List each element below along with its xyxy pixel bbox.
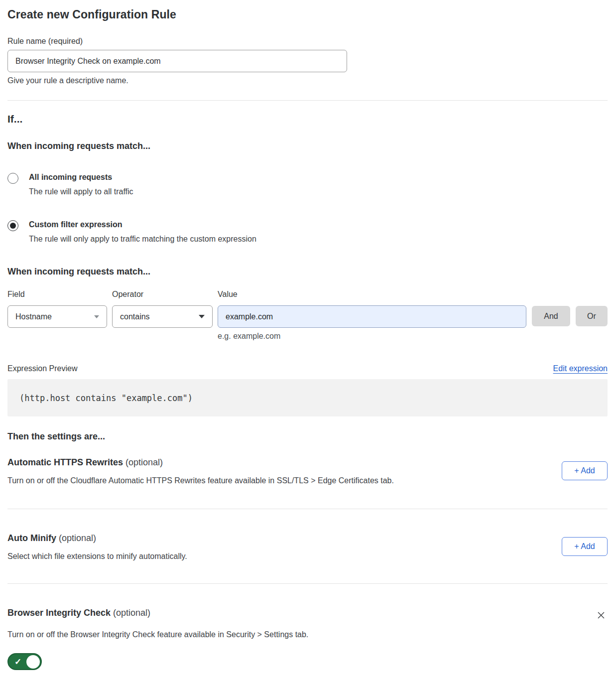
chevron-down-icon	[199, 315, 205, 318]
expression-preview-header: Expression Preview Edit expression	[7, 364, 608, 373]
setting-title: Automatic HTTPS Rewrites	[7, 457, 123, 467]
expression-builder-row: Field Hostname Operator contains Value e…	[7, 290, 608, 341]
rule-name-label: Rule name (required)	[7, 37, 608, 46]
setting-automatic-https-rewrites: Automatic HTTPS Rewrites (optional) Turn…	[7, 457, 608, 485]
field-select[interactable]: Hostname	[7, 305, 107, 328]
add-automatic-https-rewrites-button[interactable]: + Add	[562, 461, 608, 480]
or-button[interactable]: Or	[576, 306, 608, 326]
match-heading: When incoming requests match...	[7, 141, 608, 151]
radio-option-all-incoming-requests[interactable]: All incoming requests The rule will appl…	[7, 172, 608, 197]
connector-buttons: And Or	[532, 306, 608, 326]
value-helper: e.g. example.com	[218, 332, 526, 341]
remove-setting-button[interactable]	[595, 609, 608, 622]
field-column: Field Hostname	[7, 290, 107, 328]
value-column: Value e.g. example.com	[218, 290, 526, 341]
then-settings-heading: Then the settings are...	[7, 431, 608, 442]
and-button[interactable]: And	[532, 306, 570, 326]
expression-code: (http.host contains "example.com")	[19, 393, 193, 403]
expression-preview-label: Expression Preview	[7, 364, 78, 373]
field-select-value: Hostname	[15, 312, 52, 321]
radio-option-custom-filter-expression[interactable]: Custom filter expression The rule will o…	[7, 220, 608, 244]
rule-name-helper: Give your rule a descriptive name.	[7, 76, 608, 85]
section-divider	[7, 509, 608, 509]
radio-label: Custom filter expression	[29, 220, 256, 230]
setting-description: Turn on or off the Cloudflare Automatic …	[7, 476, 394, 485]
setting-optional-tag: (optional)	[111, 608, 150, 618]
check-icon: ✓	[14, 657, 21, 667]
setting-title: Auto Minify	[7, 533, 56, 543]
edit-expression-link[interactable]: Edit expression	[553, 364, 608, 373]
setting-title-line: Automatic HTTPS Rewrites (optional)	[7, 457, 394, 468]
setting-description: Select which file extensions to minify a…	[7, 552, 187, 561]
setting-browser-integrity-check: Browser Integrity Check (optional) Turn …	[7, 608, 608, 672]
expression-builder-heading: When incoming requests match...	[7, 267, 608, 277]
radio-label: All incoming requests	[29, 172, 133, 182]
add-auto-minify-button[interactable]: + Add	[562, 537, 608, 556]
value-input[interactable]	[218, 305, 526, 328]
radio-text: All incoming requests The rule will appl…	[29, 172, 133, 197]
setting-text: Auto Minify (optional) Select which file…	[7, 533, 187, 561]
setting-description: Turn on or off the Browser Integrity Che…	[7, 630, 608, 639]
chevron-down-icon	[94, 315, 99, 318]
page-title: Create new Configuration Rule	[7, 8, 608, 21]
value-label: Value	[218, 290, 526, 299]
browser-integrity-check-toggle[interactable]: ✓	[7, 653, 42, 670]
field-label: Field	[7, 290, 107, 299]
setting-title-line: Auto Minify (optional)	[7, 533, 187, 544]
radio-text: Custom filter expression The rule will o…	[29, 220, 256, 244]
radio-button-selected-icon[interactable]	[7, 220, 18, 231]
rule-name-input[interactable]	[7, 50, 347, 72]
setting-optional-tag: (optional)	[123, 457, 163, 467]
radio-button-icon[interactable]	[7, 173, 18, 184]
if-heading: If...	[7, 113, 608, 125]
operator-label: Operator	[112, 290, 213, 299]
section-divider	[7, 583, 608, 584]
expression-preview-code-block: (http.host contains "example.com")	[7, 379, 608, 416]
setting-optional-tag: (optional)	[56, 533, 96, 543]
operator-select[interactable]: contains	[112, 305, 213, 328]
setting-header-row: Browser Integrity Check (optional)	[7, 608, 608, 622]
setting-title-line: Browser Integrity Check (optional)	[7, 608, 150, 618]
close-icon	[597, 611, 606, 620]
radio-description: The rule will apply to all traffic	[29, 187, 133, 197]
radio-description: The rule will only apply to traffic matc…	[29, 234, 256, 244]
setting-auto-minify: Auto Minify (optional) Select which file…	[7, 533, 608, 561]
section-divider	[7, 100, 608, 101]
setting-title: Browser Integrity Check	[7, 608, 111, 618]
operator-column: Operator contains	[112, 290, 213, 328]
operator-select-value: contains	[120, 312, 150, 321]
setting-text: Automatic HTTPS Rewrites (optional) Turn…	[7, 457, 394, 485]
toggle-knob[interactable]	[26, 655, 40, 669]
create-configuration-rule-form: Create new Configuration Rule Rule name …	[0, 0, 616, 686]
